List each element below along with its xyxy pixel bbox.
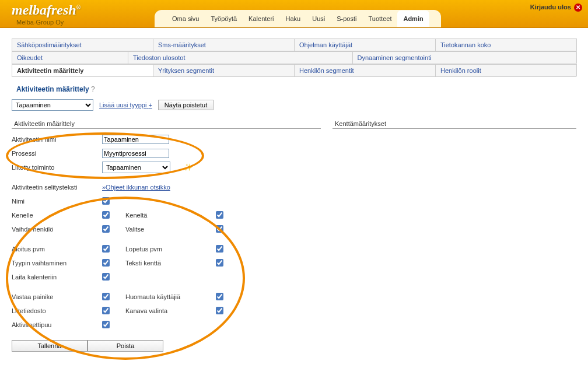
- label-lopetus: Lopetus pvm: [125, 246, 216, 253]
- input-process[interactable]: [102, 149, 169, 158]
- label-vastaa: Vastaa painike: [12, 293, 102, 300]
- tab-company-seg[interactable]: Yrityksen segmentit: [153, 64, 295, 76]
- tab-users[interactable]: Ohjelman käyttäjät: [294, 38, 436, 51]
- label-huomauta: Huomauta käyttäjiä: [125, 293, 216, 300]
- tabs-row-1: Sähköpostimääritykset Sms-määritykset Oh…: [12, 38, 576, 51]
- delete-button[interactable]: Poista: [88, 340, 163, 352]
- tab-email[interactable]: Sähköpostimääritykset: [12, 38, 153, 51]
- label-aloitus: Aloitus pvm: [12, 246, 102, 253]
- label-liite: Liitetiedosto: [12, 307, 102, 314]
- nav-haku[interactable]: Haku: [280, 10, 307, 27]
- tab-rights[interactable]: Oikeudet: [12, 51, 128, 64]
- nav-uusi[interactable]: Uusi: [306, 10, 331, 27]
- label-puu: Aktiviteettipuu: [12, 321, 102, 328]
- chk-kanava[interactable]: [216, 307, 223, 314]
- chk-kalenteri[interactable]: [102, 273, 110, 281]
- tab-file-export[interactable]: Tiedoston ulosotot: [128, 51, 353, 64]
- label-vaihda: Vaihda henkilö: [12, 226, 102, 233]
- tabs-row-2: Oikeudet Tiedoston ulosotot Dynaaminen s…: [12, 51, 576, 64]
- nav-tuotteet[interactable]: Tuotteet: [362, 10, 397, 27]
- company-name: Melba-Group Oy: [16, 19, 64, 26]
- chk-valitse[interactable]: [216, 225, 223, 233]
- chk-kenelle[interactable]: [102, 211, 110, 219]
- wand-icon[interactable]: ✨: [184, 163, 192, 171]
- select-linked[interactable]: Tapaaminen: [102, 162, 170, 173]
- label-kenelle: Kenelle: [12, 212, 102, 219]
- label-name: Aktiviteetin nimi: [12, 136, 102, 143]
- label-process: Prosessi: [12, 150, 102, 157]
- page-title: Aktiviteetin määrittely ?: [16, 85, 576, 93]
- right-header: Kenttämääritykset: [332, 119, 576, 129]
- add-type-link[interactable]: Lisää uusi tyyppi +: [99, 101, 152, 108]
- tab-dbsize[interactable]: Tietokannan koko: [435, 38, 577, 51]
- chk-vaihda[interactable]: [102, 225, 110, 233]
- chk-huomauta[interactable]: [216, 293, 223, 300]
- label-linked: Liitetty toiminto: [12, 164, 102, 171]
- left-header: Aktiviteetin määrittely: [12, 119, 321, 129]
- chk-kenelta[interactable]: [216, 211, 223, 219]
- topbar: melbafresh® Melba-Group Oy Kirjaudu ulos…: [0, 0, 588, 28]
- tab-sms[interactable]: Sms-määritykset: [153, 38, 295, 51]
- label-desc: Aktiviteetin selitysteksti: [12, 184, 102, 191]
- nav-sposti[interactable]: S-posti: [331, 10, 362, 27]
- close-icon[interactable]: ✕: [574, 3, 582, 12]
- type-select[interactable]: Tapaaminen: [12, 99, 93, 111]
- chk-lopetus[interactable]: [216, 245, 223, 253]
- chk-liite[interactable]: [102, 307, 110, 314]
- content: Sähköpostimääritykset Sms-määritykset Oh…: [0, 28, 588, 362]
- logo: melbafresh®: [12, 2, 80, 18]
- chk-aloitus[interactable]: [102, 245, 110, 253]
- show-deleted-button[interactable]: Näytä poistetut: [158, 100, 214, 110]
- logout-link[interactable]: Kirjaudu ulos ✕: [530, 3, 582, 12]
- left-panel: Aktiviteetin määrittely Aktiviteetin nim…: [12, 119, 321, 352]
- desc-link[interactable]: »Ohjeet ikkunan otsikko: [102, 184, 170, 191]
- controls-row: Tapaaminen Lisää uusi tyyppi + Näytä poi…: [12, 99, 576, 111]
- label-tyypin: Tyypin vaihtaminen: [12, 260, 102, 267]
- chk-tyypin[interactable]: [102, 259, 110, 267]
- nav-admin[interactable]: Admin: [397, 10, 429, 27]
- chk-nimi[interactable]: [102, 197, 110, 205]
- label-kenelta: Keneltä: [125, 212, 216, 219]
- chk-vastaa[interactable]: [102, 293, 110, 300]
- chk-teksti[interactable]: [216, 259, 223, 267]
- input-name[interactable]: [102, 135, 169, 144]
- main-nav: Oma sivu Työpöytä Kalenteri Haku Uusi S-…: [155, 10, 441, 27]
- nav-kalenteri[interactable]: Kalenteri: [243, 10, 279, 27]
- save-button[interactable]: Tallenna: [12, 340, 88, 352]
- tab-person-roles[interactable]: Henkilön roolit: [435, 64, 577, 76]
- label-kalenteri: Laita kalenteriin: [12, 274, 102, 281]
- tab-person-seg[interactable]: Henkilön segmentit: [294, 64, 436, 76]
- tab-activity-def[interactable]: Aktiviteetin määrittely: [12, 64, 153, 76]
- label-valitse: Valitse: [125, 226, 216, 233]
- help-icon[interactable]: ?: [91, 85, 95, 93]
- tab-dyn-segment[interactable]: Dynaaminen segmentointi: [352, 51, 578, 64]
- chk-puu[interactable]: [102, 321, 110, 328]
- nav-oma-sivu[interactable]: Oma sivu: [166, 10, 205, 27]
- tabs-row-3: Aktiviteetin määrittely Yrityksen segmen…: [12, 64, 576, 77]
- nav-tyopoyt[interactable]: Työpöytä: [205, 10, 243, 27]
- plus-icon: +: [148, 101, 152, 108]
- right-panel: Kenttämääritykset: [332, 119, 576, 352]
- label-nimi: Nimi: [12, 198, 102, 205]
- label-kanava: Kanava valinta: [125, 307, 216, 314]
- label-teksti: Teksti kenttä: [125, 260, 216, 267]
